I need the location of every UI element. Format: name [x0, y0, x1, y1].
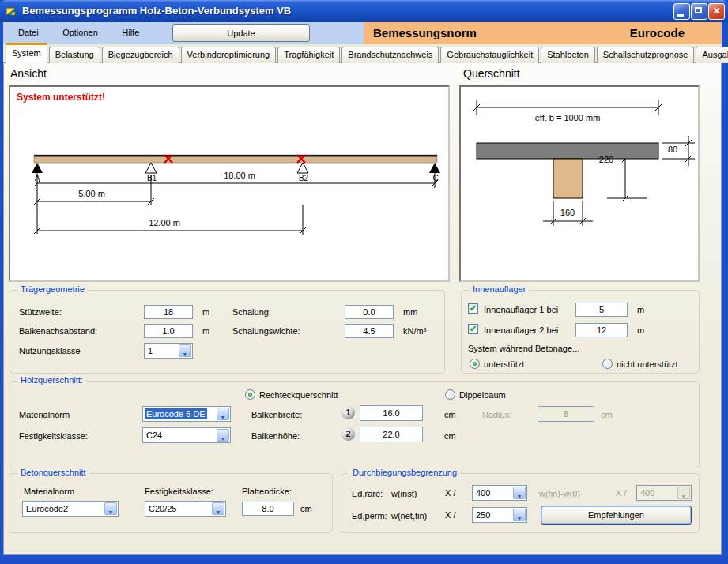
- balkenbreite-input[interactable]: [360, 405, 423, 421]
- tab-brandschutznachweis[interactable]: Brandschutznachweis: [341, 47, 439, 63]
- beton-festigkeitsklasse-select[interactable]: C20/25 ▼: [145, 501, 226, 517]
- balkenachsabstand-input[interactable]: [144, 324, 193, 338]
- norm-banner-label: Bemessungsnorm: [373, 22, 477, 44]
- chevron-down-icon: ▼: [221, 412, 226, 423]
- menu-hilfe[interactable]: Hilfe: [111, 22, 149, 43]
- w-inst-dropdown-button[interactable]: ▼: [513, 487, 526, 499]
- w-fin-label: w(fin)-w(0): [539, 489, 580, 498]
- system-view-canvas: System unterstützt!: [9, 85, 450, 282]
- nutzungsklasse-select[interactable]: 1 ▼: [144, 343, 193, 359]
- timber-web: [553, 159, 583, 198]
- concrete-slab: [477, 143, 658, 159]
- group-betonquerschnitt-title: Betonquerschnitt: [17, 468, 89, 477]
- tab-system[interactable]: System: [6, 43, 47, 64]
- tab-verbinderoptimierung[interactable]: Verbinderoptimierung: [181, 47, 277, 63]
- balkenhoehe-input[interactable]: [360, 427, 423, 442]
- innenauflager2-input[interactable]: [575, 323, 628, 337]
- window-title: Bemessungsprogramm Holz-Beton-Verbundsys…: [22, 0, 291, 22]
- nutzungsklasse-dropdown-button[interactable]: ▼: [179, 344, 191, 357]
- chevron-down-icon: ▼: [681, 491, 687, 502]
- support-b2-label: B2: [295, 174, 312, 182]
- holz-materialnorm-select[interactable]: Eurocode 5 DE ▼: [142, 406, 231, 422]
- group-durchbiegung: Durchbiegungsbegrenzung Ed,rare: w(inst)…: [341, 473, 700, 533]
- update-button[interactable]: Update: [172, 24, 310, 42]
- stuetzweite-input[interactable]: [144, 305, 193, 319]
- beton-materialnorm-label: Materialnorm: [24, 487, 74, 496]
- radio-rechteckquerschnitt[interactable]: [245, 389, 255, 400]
- w-inst-select[interactable]: 400 ▼: [472, 485, 527, 501]
- chevron-down-icon: ▼: [517, 513, 522, 525]
- chevron-down-icon: ▼: [183, 348, 188, 360]
- holz-festigkeitsklasse-select[interactable]: C24 ▼: [142, 427, 231, 443]
- radio-dippelbaum[interactable]: [445, 389, 455, 400]
- support-b2-triangle: [297, 163, 308, 173]
- ratio3-label: X /: [445, 510, 455, 520]
- beton-festigkeitsklasse-dropdown-button[interactable]: ▼: [212, 502, 224, 515]
- tab-stahlbeton[interactable]: Stahlbeton: [541, 47, 595, 63]
- schalungswichte-label: Schalungswichte:: [232, 326, 300, 336]
- group-holzquerschnitt-title: Holzquerschnitt:: [17, 375, 86, 385]
- beam-width-label: 160: [548, 208, 587, 217]
- tab-tragfaehigkeit[interactable]: Tragfähigkeit: [277, 47, 340, 63]
- w-netfin-dropdown-button[interactable]: ▼: [513, 509, 526, 521]
- innenauflager1-label: Innenauflager 1 bei: [484, 305, 558, 314]
- menu-datei[interactable]: Datei: [8, 22, 49, 43]
- innenauflager2-checkbox[interactable]: ✔: [468, 324, 478, 334]
- holz-festigkeitsklasse-dropdown-button[interactable]: ▼: [217, 429, 229, 442]
- beton-materialnorm-dropdown-button[interactable]: ▼: [104, 502, 117, 515]
- ratio1-label: X /: [445, 488, 455, 498]
- w-inst-label: w(inst): [391, 489, 417, 498]
- system-tab-page: Ansicht Querschnitt System unterstützt!: [3, 62, 722, 555]
- dim-total-label: 18.00 m: [204, 171, 275, 180]
- balkenbreite-label: Balkenbreite:: [251, 410, 302, 419]
- radio-nicht-unterstuetzt[interactable]: [602, 359, 613, 369]
- menu-optionen[interactable]: Optionen: [52, 22, 108, 43]
- tab-belastung[interactable]: Belastung: [49, 47, 100, 63]
- maximize-button[interactable]: [691, 3, 707, 20]
- titlebar[interactable]: Bemessungsprogramm Holz-Beton-Verbundsys…: [0, 0, 728, 22]
- plattendicke-input[interactable]: [242, 502, 294, 516]
- beton-materialnorm-value: Eurocode2: [25, 503, 70, 514]
- support-b1-label: B1: [143, 174, 160, 182]
- holz-materialnorm-dropdown-button[interactable]: ▼: [217, 408, 229, 420]
- w-netfin-value: 250: [474, 509, 492, 521]
- group-durchbiegung-title: Durchbiegungsbegrenzung: [349, 468, 460, 477]
- tab-biegezugbereich[interactable]: Biegezugbereich: [102, 47, 179, 63]
- minimize-button[interactable]: [673, 3, 690, 20]
- beam-height-label: 220: [592, 155, 620, 164]
- w-fin-dropdown-button: ▼: [677, 487, 690, 499]
- check-icon: ✔: [470, 303, 477, 313]
- ed-rare-label: Ed,rare:: [352, 489, 383, 498]
- beton-materialnorm-select[interactable]: Eurocode2 ▼: [22, 501, 119, 517]
- schalung-input[interactable]: [345, 305, 394, 319]
- balkenachsabstand-unit: m: [202, 326, 209, 336]
- innenauflager1-unit: m: [637, 305, 644, 314]
- radius-unit: cm: [601, 410, 613, 419]
- empfehlungen-button[interactable]: Empfehlungen: [541, 506, 692, 525]
- radio-dippelbaum-label: Dippelbaum: [459, 390, 506, 400]
- badge-1: 1: [341, 406, 355, 419]
- holz-festigkeitsklasse-label: Festigkeitsklasse:: [19, 431, 88, 441]
- w-netfin-label: w(net,fin): [391, 511, 427, 521]
- maximize-icon: [695, 7, 702, 13]
- holz-materialnorm-label: Materialnorm: [19, 410, 70, 419]
- schalungswichte-input[interactable]: [345, 324, 394, 338]
- innenauflager1-checkbox[interactable]: ✔: [468, 303, 478, 314]
- tab-schallschutzprognose[interactable]: Schallschutzprognose: [597, 47, 695, 63]
- group-holzquerschnitt: Holzquerschnitt: Rechteckquerschnitt Dip…: [9, 381, 700, 468]
- radio-rechteckquerschnitt-label: Rechteckquerschnitt: [259, 390, 338, 400]
- minimize-icon: [677, 14, 684, 17]
- radio-unterstuetzt[interactable]: [470, 359, 480, 369]
- norm-banner: Bemessungsnorm Eurocode: [364, 22, 722, 44]
- group-innenauflager: Innenauflager ✔ Innenauflager 1 bei m ✔ …: [461, 290, 700, 374]
- balkenachsabstand-label: Balkenachsabstand:: [19, 326, 97, 336]
- close-icon: ✕: [712, 6, 720, 17]
- innenauflager1-input[interactable]: [575, 303, 628, 317]
- w-netfin-select[interactable]: 250 ▼: [472, 507, 527, 523]
- tab-gebrauchstauglichkeit[interactable]: Gebrauchstauglichkeit: [440, 47, 539, 63]
- close-button[interactable]: ✕: [708, 3, 725, 20]
- tab-ausgabe[interactable]: Ausgabe: [696, 47, 728, 63]
- schalung-label: Schalung:: [232, 307, 271, 317]
- norm-banner-value: Eurocode: [630, 22, 685, 44]
- betonage-label: System während Betonage...: [468, 344, 579, 353]
